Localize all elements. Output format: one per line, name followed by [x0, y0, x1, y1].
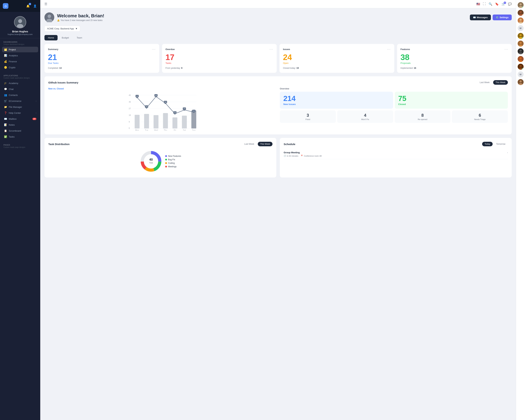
- notifications-button[interactable]: 🔔 3: [26, 3, 30, 8]
- overdue-title: Overdue: [166, 48, 175, 51]
- profile-section: Brian Hughes hughes.brian@company.com: [0, 12, 40, 38]
- svg-text:Wed: Wed: [154, 129, 158, 131]
- right-panel: M M: [516, 0, 525, 420]
- more-icon[interactable]: ···: [505, 47, 508, 51]
- meeting-location: 📍 Conference room 1B: [301, 155, 322, 157]
- welcome-bar: Welcome back, Brian! 🔔 You have 2 new me…: [45, 12, 512, 22]
- this-week-btn[interactable]: This Week: [493, 80, 508, 85]
- sidebar-item-label: Project: [9, 48, 16, 51]
- summary-title: Summary: [48, 48, 58, 51]
- issues-number: 24: [283, 53, 391, 61]
- svg-point-42: [165, 103, 166, 104]
- tomorrow-btn[interactable]: Tomorrow: [494, 142, 508, 146]
- bookmark-icon[interactable]: 🔖: [495, 2, 499, 6]
- group-meeting-name: Group Meeting: [284, 151, 300, 154]
- right-avatar-9[interactable]: [518, 79, 524, 85]
- messages-button[interactable]: ✉️ Messages: [470, 15, 491, 20]
- nav-pages-section: PAGES Custom made page designs: [0, 141, 40, 151]
- right-avatar-2[interactable]: [518, 10, 524, 16]
- donut-chart: 40 Total: [140, 150, 162, 173]
- svg-text:Sun: Sun: [192, 129, 196, 131]
- sidebar-item-ecommerce[interactable]: 🛒 ECommerce ›: [2, 98, 38, 104]
- meeting-time: 🕐 in 32 minutes: [284, 155, 298, 157]
- more-icon[interactable]: ···: [270, 47, 273, 51]
- sidebar-item-analytics[interactable]: 📊 Analytics: [2, 53, 38, 58]
- today-btn[interactable]: Today: [482, 142, 493, 146]
- right-avatar-4[interactable]: [518, 33, 524, 39]
- topbar-left: ☰: [45, 2, 47, 6]
- right-avatar-6[interactable]: [518, 48, 524, 54]
- chart-area: 45 36 27 18 9 0: [48, 92, 276, 131]
- tab-home[interactable]: Home: [45, 35, 57, 40]
- task-this-week-btn[interactable]: This Week: [258, 142, 272, 146]
- fixed-label: Fixed: [281, 118, 334, 120]
- summary-number: 21: [48, 53, 156, 61]
- welcome-sub: 🔔 You have 2 new messages and 15 new tas…: [57, 19, 104, 21]
- app-logo[interactable]: ◇: [3, 3, 8, 9]
- envelope-icon: ✉️: [473, 16, 476, 19]
- right-avatar-3[interactable]: [518, 18, 524, 23]
- task-last-week-btn[interactable]: Last Week: [242, 142, 257, 146]
- settings-button[interactable]: ⚙️ Settings: [493, 15, 512, 20]
- sidebar-item-label: Analytics: [9, 54, 18, 57]
- location-icon: 📍: [301, 155, 303, 157]
- svg-text:Thu: Thu: [164, 129, 167, 131]
- chevron-right-icon[interactable]: ›: [507, 151, 508, 154]
- search-icon[interactable]: 🔍: [489, 2, 492, 6]
- tab-team[interactable]: Team: [73, 35, 86, 40]
- sidebar-item-notes[interactable]: 📝 Notes: [2, 122, 38, 128]
- overdue-label: Tasks: [166, 62, 273, 64]
- chevron-right-icon: ›: [36, 100, 36, 102]
- page-content: Welcome back, Brian! 🔔 You have 2 new me…: [40, 8, 516, 185]
- welcome-avatar: [45, 12, 54, 22]
- svg-point-43: [174, 113, 176, 114]
- menu-button[interactable]: ☰: [45, 2, 47, 6]
- features-title: Features: [401, 48, 410, 51]
- stat-card-overdue: Overdue ··· 17 Tasks From yesterday: 9: [162, 44, 277, 73]
- tab-budget[interactable]: Budget: [58, 35, 73, 40]
- task-dist-title: Task Distribution: [48, 143, 69, 146]
- more-icon[interactable]: ···: [387, 47, 391, 51]
- notes-icon: 📝: [4, 123, 7, 126]
- sidebar-item-chat[interactable]: 💬 Chat: [2, 86, 38, 92]
- chart-section: New vs. Closed 45 36 27 18 9 0: [48, 87, 276, 131]
- sidebar-item-project[interactable]: 🗂️ Project: [2, 47, 38, 52]
- profile-name: Brian Hughes: [12, 30, 28, 33]
- right-avatar-8[interactable]: [518, 64, 524, 70]
- contacts-icon: 👥: [4, 94, 7, 96]
- last-week-btn[interactable]: Last Week: [477, 80, 492, 85]
- right-avatar-7[interactable]: [518, 56, 524, 62]
- svg-text:18: 18: [129, 114, 131, 116]
- flag-icon[interactable]: 🇺🇸: [476, 2, 480, 6]
- cart-icon[interactable]: 🛒 5: [502, 2, 505, 6]
- wont-fix-card: 4 Won't Fix: [337, 111, 393, 123]
- sidebar-item-crypto[interactable]: 🪙 Crypto: [2, 65, 38, 70]
- sidebar-item-scrumboard[interactable]: 📋 Scrumboard: [2, 128, 38, 133]
- sidebar-item-mailbox[interactable]: ✉️ Mailbox 27: [2, 116, 38, 122]
- issues-label: Open: [283, 62, 391, 64]
- sidebar-item-finance[interactable]: 💰 Finance: [2, 59, 38, 64]
- user-icon[interactable]: 👤: [33, 3, 38, 8]
- sidebar-item-helpcenter[interactable]: ❓ Help Center ›: [2, 110, 38, 116]
- svg-point-70: [520, 34, 522, 36]
- fullscreen-icon[interactable]: ⛶: [483, 2, 486, 6]
- crypto-icon: 🪙: [4, 66, 7, 69]
- sidebar-item-contacts[interactable]: 👥 Contacts: [2, 92, 38, 98]
- sidebar-item-filemanager[interactable]: 📁 File Manager: [2, 104, 38, 110]
- right-avatar-5[interactable]: [518, 41, 524, 47]
- right-avatar-m1[interactable]: M: [518, 25, 524, 31]
- sidebar-item-tasks[interactable]: ✅ Tasks: [2, 134, 38, 140]
- svg-point-64: [520, 11, 522, 13]
- project-selector[interactable]: ACME Corp. Backend App ▼: [45, 26, 80, 31]
- chat-icon[interactable]: 💬: [508, 2, 512, 6]
- summary-footer: Completed: 13: [48, 67, 156, 69]
- sidebar-item-academy[interactable]: 🎓 Academy: [2, 80, 38, 86]
- svg-point-85: [520, 80, 522, 83]
- topbar-right: 🇺🇸 ⛶ 🔍 🔖 🛒 5 💬: [476, 2, 512, 6]
- stat-card-summary: Summary ··· 21 Due Tasks Completed: 13: [45, 44, 159, 73]
- svg-rect-21: [163, 113, 168, 129]
- more-icon[interactable]: ···: [152, 47, 156, 51]
- right-avatar-1[interactable]: [518, 2, 524, 8]
- right-avatar-m2[interactable]: M: [518, 71, 524, 77]
- needs-triage-card: 6 Needs Triage: [452, 111, 508, 123]
